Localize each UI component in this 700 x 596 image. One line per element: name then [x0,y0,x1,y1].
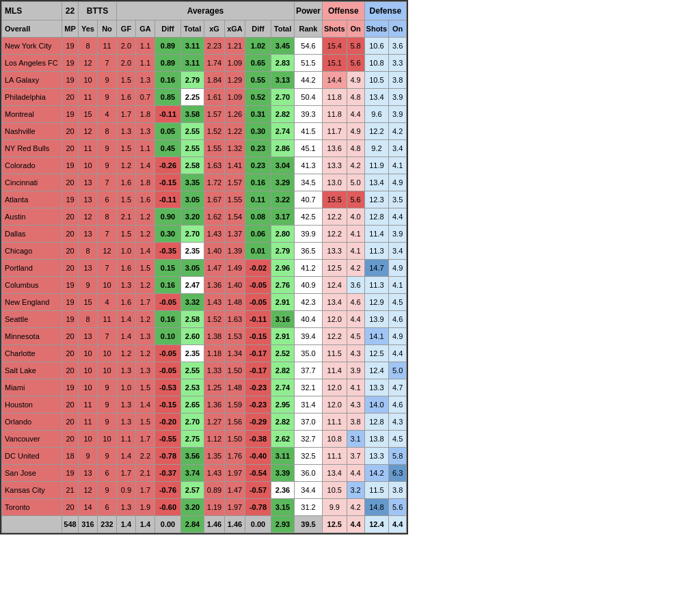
cell-xdiff: -0.05 [245,294,271,311]
cell-ga: 1.7 [136,431,155,448]
table-row: Cincinnati 20 13 7 1.6 1.8 -0.15 3.35 1.… [2,174,407,191]
cell-xdiff: 0.52 [245,89,271,106]
cell-mp: 20 [62,174,79,191]
cell-diff: 0.16 [155,72,181,89]
cell-xtotal: 3.16 [271,311,295,328]
cell-xga: 1.39 [225,243,245,260]
cell-name: Kansas City [2,482,62,499]
cell-gf: 1.3 [117,123,136,140]
cell-no: 11 [98,311,117,328]
cell-dshots: 9.2 [364,140,389,157]
table-row: Houston 20 11 9 1.3 1.4 -0.15 2.65 1.36 … [2,396,407,414]
cell-oon: 3.6 [347,277,364,294]
cell-no: 9 [98,396,117,414]
cell-don: 3.9 [389,106,407,123]
cell-name: Los Angeles FC [2,55,62,72]
cell-xdiff: 0.23 [245,140,271,157]
table-row: Toronto 20 14 6 1.3 1.9 -0.60 3.20 1.19 … [2,499,407,516]
table-row: San Jose 19 13 6 1.7 2.1 -0.37 3.74 1.43… [2,465,407,482]
cell-mp: 19 [62,311,79,328]
cell-diff: 0.89 [155,38,181,55]
header-don: On [389,21,407,38]
cell-gf: 1.3 [117,362,136,379]
cell-xga: 1.09 [225,89,245,106]
cell-total: 2.35 [181,345,204,362]
cell-no: 10 [98,345,117,362]
cell-diff: 0.16 [155,311,181,328]
cell-no: 10 [98,362,117,379]
cell-diff: -0.37 [155,465,181,482]
cell-oshots: 13.3 [323,157,347,174]
cell-dshots: 13.8 [364,431,389,448]
cell-rank: 45.1 [295,140,323,157]
cell-oshots: 11.4 [323,362,347,379]
cell-name: Austin [2,208,62,226]
cell-xdiff: 0.06 [245,226,271,243]
cell-xga: 1.49 [225,260,245,277]
cell-xtotal: 2.95 [271,396,295,414]
cell-diff: 0.89 [155,55,181,72]
cell-gf: 1.1 [117,431,136,448]
total-oshots: 12.5 [323,516,347,533]
cell-oshots: 12.0 [323,396,347,414]
cell-yes: 11 [79,396,98,414]
header-xg: xG [204,21,225,38]
cell-xg: 1.18 [204,345,225,362]
header-diff: Diff [155,21,181,38]
cell-diff: 0.16 [155,277,181,294]
cell-ga: 1.7 [136,482,155,499]
cell-diff: 0.45 [155,140,181,157]
cell-total: 2.79 [181,72,204,89]
cell-name: Houston [2,396,62,414]
cell-dshots: 11.4 [364,226,389,243]
cell-dshots: 10.8 [364,55,389,72]
cell-name: Columbus [2,277,62,294]
cell-xga: 1.47 [225,482,245,499]
cell-xtotal: 2.36 [271,482,295,499]
cell-name: LA Galaxy [2,72,62,89]
cell-total: 2.57 [181,482,204,499]
cell-xdiff: -0.23 [245,379,271,396]
cell-total: 3.58 [181,106,204,123]
cell-xga: 1.63 [225,311,245,328]
cell-total: 2.25 [181,89,204,106]
table-row: Miami 19 10 9 1.0 1.5 -0.53 2.53 1.25 1.… [2,379,407,396]
cell-xtotal: 2.83 [271,55,295,72]
cell-oshots: 11.1 [323,448,347,465]
cell-diff: 0.05 [155,123,181,140]
cell-name: Orlando [2,414,62,431]
cell-xga: 1.59 [225,396,245,414]
cell-yes: 12 [79,55,98,72]
cell-diff: -0.11 [155,191,181,208]
cell-rank: 42.3 [295,294,323,311]
cell-gf: 1.7 [117,106,136,123]
header-dshots: Shots [364,21,389,38]
cell-name: Vancouver [2,431,62,448]
header-mls: MLS [2,2,62,21]
total-xdiff: 0.00 [245,516,271,533]
cell-xdiff: 0.31 [245,106,271,123]
cell-xdiff: 0.16 [245,174,271,191]
cell-dshots: 11.5 [364,482,389,499]
cell-yes: 10 [79,157,98,174]
table-row: Minnesota 20 13 7 1.4 1.3 0.10 2.60 1.38… [2,328,407,345]
cell-rank: 39.9 [295,226,323,243]
table-footer: 548 316 232 1.4 1.4 0.00 2.84 1.46 1.46 … [2,516,407,533]
cell-total: 2.58 [181,157,204,174]
cell-total: 3.05 [181,191,204,208]
total-xg: 1.46 [204,516,225,533]
cell-diff: -0.15 [155,174,181,191]
cell-no: 7 [98,55,117,72]
cell-don: 4.7 [389,379,407,396]
cell-oshots: 15.1 [323,55,347,72]
cell-ga: 2.1 [136,465,155,482]
total-diff: 0.00 [155,516,181,533]
cell-rank: 31.2 [295,499,323,516]
cell-oshots: 11.5 [323,345,347,362]
cell-mp: 20 [62,431,79,448]
cell-mp: 20 [62,345,79,362]
cell-mp: 19 [62,191,79,208]
cell-total: 3.74 [181,465,204,482]
cell-yes: 13 [79,465,98,482]
table-row: Kansas City 21 12 9 0.9 1.7 -0.76 2.57 0… [2,482,407,499]
